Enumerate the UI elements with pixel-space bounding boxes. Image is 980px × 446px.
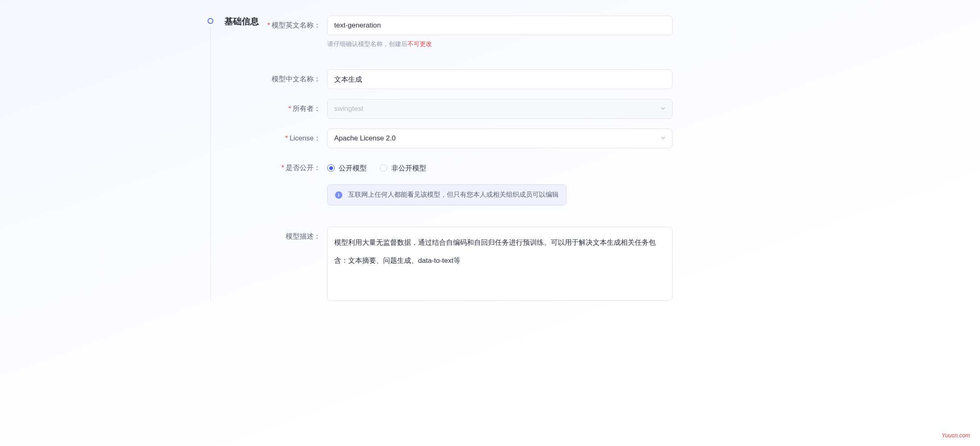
english-name-helper: 请仔细确认模型名称，创建后不可更改: [327, 40, 673, 48]
visibility-radio-public[interactable]: 公开模型: [327, 163, 367, 173]
english-name-label: 模型英文名称：: [224, 16, 327, 30]
english-name-input[interactable]: text-generation: [327, 16, 673, 35]
timeline-marker-icon: [208, 18, 213, 24]
description-textarea[interactable]: 模型利用大量无监督数据，通过结合自编码和自回归任务进行预训练。可以用于解决文本生…: [327, 227, 673, 301]
info-icon: i: [335, 191, 342, 199]
chinese-name-label: 模型中文名称：: [224, 69, 327, 84]
description-label: 模型描述：: [224, 227, 327, 241]
timeline: [202, 12, 219, 301]
visibility-info-text: 互联网上任何人都能看见该模型，但只有您本人或相关组织成员可以编辑: [348, 191, 559, 199]
chevron-down-icon: [661, 136, 666, 142]
chevron-down-icon: [661, 106, 666, 112]
chinese-name-value: 文本生成: [334, 75, 362, 84]
chinese-name-input[interactable]: 文本生成: [327, 69, 673, 89]
visibility-public-label: 公开模型: [339, 163, 367, 173]
license-value: Apache License 2.0: [334, 134, 395, 143]
visibility-label: 是否公开：: [224, 158, 327, 172]
visibility-info-box: i 互联网上任何人都能看见该模型，但只有您本人或相关组织成员可以编辑: [327, 184, 566, 205]
radio-checked-icon: [327, 164, 335, 172]
visibility-private-label: 非公开模型: [391, 163, 426, 173]
radio-unchecked-icon: [380, 164, 387, 172]
license-select[interactable]: Apache License 2.0: [327, 129, 673, 148]
english-name-value: text-generation: [334, 21, 381, 30]
visibility-radio-private[interactable]: 非公开模型: [380, 163, 426, 173]
license-label: License：: [224, 129, 327, 143]
watermark: Yuucn.com: [941, 432, 970, 439]
owner-label: 所有者：: [224, 99, 327, 113]
owner-value: swingtest: [334, 105, 363, 113]
owner-select[interactable]: swingtest: [327, 99, 673, 119]
description-value: 模型利用大量无监督数据，通过结合自编码和自回归任务进行预训练。可以用于解决文本生…: [334, 239, 656, 264]
timeline-line: [210, 27, 211, 301]
